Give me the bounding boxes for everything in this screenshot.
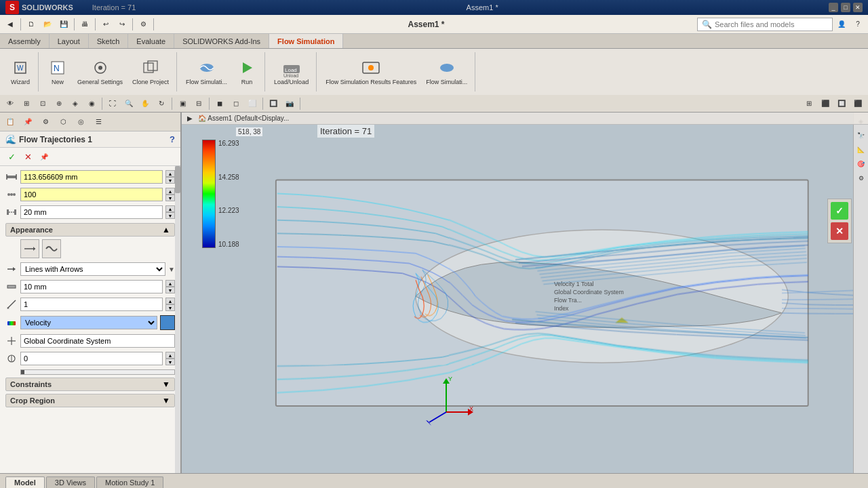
view-btn4[interactable]: ⊕	[52, 97, 66, 110]
view-btn2[interactable]: ⊞	[19, 97, 34, 110]
right-btn5[interactable]: ⚙	[855, 172, 867, 184]
style-select[interactable]: Lines with Arrows Lines Ribbons Solid Cy…	[20, 262, 165, 276]
scale-spinner[interactable]: ▲ ▼	[165, 298, 175, 311]
right-btn2[interactable]: 🔭	[855, 129, 867, 142]
prop-manager-btn[interactable]: 📌	[20, 115, 35, 129]
new-btn[interactable]: N New	[44, 56, 71, 87]
length-down-btn[interactable]: ▼	[165, 177, 175, 184]
shading-btn[interactable]: ◼	[212, 97, 227, 110]
ribbons-icon-btn[interactable]	[42, 239, 61, 258]
viewport[interactable]: ▶ 🏠 Assem1 (Default<Display... 518, 38 1…	[182, 113, 868, 473]
flow-sim-btn[interactable]: Flow Simulati...	[182, 56, 231, 87]
scale-up-btn[interactable]: ▲	[165, 298, 175, 304]
tab-flow-simulation[interactable]: Flow Simulation	[269, 34, 343, 48]
tree-toggle[interactable]: ▶	[187, 115, 193, 122]
offset-up-btn[interactable]: ▲	[165, 352, 175, 359]
view-option3[interactable]: ⬛	[850, 97, 865, 110]
width-spinner[interactable]: ▲ ▼	[165, 280, 175, 293]
new-doc-btn[interactable]: 🗋	[24, 18, 39, 31]
search-box[interactable]: 🔍	[697, 18, 833, 31]
tab-3d-views[interactable]: 3D Views	[46, 476, 95, 488]
split-view-btn[interactable]: ⊞	[802, 97, 816, 110]
feature-tree-btn[interactable]: 📋	[3, 115, 18, 129]
pin-btn[interactable]: 📌	[38, 150, 50, 163]
crop-region-section-header[interactable]: Crop Region ▼	[5, 394, 175, 407]
save-btn[interactable]: 💾	[56, 18, 71, 31]
count-spinner[interactable]: ▲ ▼	[165, 188, 175, 201]
appearance-section-header[interactable]: Appearance ▲	[5, 223, 175, 237]
tab-model[interactable]: Model	[5, 476, 45, 488]
rotate-btn[interactable]: ↻	[154, 97, 169, 110]
tab-sketch[interactable]: Sketch	[89, 34, 129, 48]
results-features-btn[interactable]: Flow Simulation Results Features	[322, 56, 420, 87]
view-camera-btn[interactable]: 📷	[282, 97, 297, 110]
minimize-button[interactable]: _	[829, 3, 838, 12]
wizard-btn[interactable]: W Wizard	[7, 56, 34, 87]
zoom-select-btn[interactable]: 🔍	[121, 97, 136, 110]
color-swatch-btn[interactable]	[160, 315, 175, 330]
spacing-input[interactable]	[20, 205, 163, 219]
general-settings-btn[interactable]: General Settings	[74, 56, 126, 87]
quick-filter-btn[interactable]: ☰	[91, 115, 106, 129]
constraints-section-header[interactable]: Constraints ▼	[5, 378, 175, 391]
width-input[interactable]	[20, 280, 163, 293]
right-btn4[interactable]: 🎯	[855, 158, 867, 170]
load-unload-btn[interactable]: Load Unload Load/Unload	[271, 56, 312, 87]
view-btn5[interactable]: ◈	[68, 97, 83, 110]
flow-sim2-btn[interactable]: Flow Simulati...	[422, 56, 471, 87]
config-manager-btn[interactable]: ⚙	[38, 115, 53, 129]
cancel-action-btn[interactable]: ✕	[831, 222, 848, 240]
dynamic-section-btn[interactable]: ⊟	[191, 97, 206, 110]
open-btn[interactable]: 📂	[40, 18, 55, 31]
count-up-btn[interactable]: ▲	[165, 188, 175, 195]
view-option1[interactable]: ⬛	[818, 97, 833, 110]
run-btn[interactable]: Run	[233, 56, 260, 87]
length-spinner[interactable]: ▲ ▼	[165, 170, 175, 184]
tab-motion-study[interactable]: Motion Study 1	[96, 476, 163, 488]
width-down-btn[interactable]: ▼	[165, 287, 175, 293]
spacing-down-btn[interactable]: ▼	[165, 212, 175, 219]
scale-down-btn[interactable]: ▼	[165, 304, 175, 311]
redo-btn[interactable]: ↪	[115, 18, 130, 31]
panel-help-btn[interactable]: ?	[170, 134, 175, 144]
tab-evaluate[interactable]: Evaluate	[128, 34, 174, 48]
length-up-btn[interactable]: ▲	[165, 170, 175, 177]
length-input[interactable]	[20, 170, 163, 184]
search-input[interactable]	[715, 20, 823, 28]
spacing-spinner[interactable]: ▲ ▼	[165, 205, 175, 219]
accept-btn[interactable]: ✓	[5, 150, 18, 163]
panel-scrollbar[interactable]	[175, 166, 180, 473]
count-down-btn[interactable]: ▼	[165, 195, 175, 201]
scale-input[interactable]	[20, 298, 163, 311]
help-btn[interactable]: ?	[850, 18, 865, 31]
toolbar-back-btn[interactable]: ◀	[3, 18, 18, 31]
zoom-fit-btn[interactable]: ⛶	[105, 97, 120, 110]
cancel-btn[interactable]: ✕	[22, 150, 34, 163]
section-view-btn[interactable]: ▣	[175, 97, 190, 110]
close-button[interactable]: ✕	[853, 3, 863, 12]
accept-action-btn[interactable]: ✓	[831, 202, 848, 220]
display-mgr-btn[interactable]: ◎	[73, 115, 88, 129]
feature-mgr-btn[interactable]: ⬡	[56, 115, 71, 129]
clone-btn[interactable]: Clone Project	[129, 56, 172, 87]
user-icon[interactable]: 👤	[834, 18, 849, 31]
view-btn1[interactable]: 👁	[3, 97, 18, 110]
edges-btn[interactable]: ◻	[229, 97, 243, 110]
title-bar-controls[interactable]: _ □ ✕	[829, 3, 863, 12]
view-option2[interactable]: 🔲	[834, 97, 849, 110]
tab-addins[interactable]: SOLIDWORKS Add-Ins	[174, 34, 269, 48]
offset-down-btn[interactable]: ▼	[165, 359, 175, 365]
offset-spinner[interactable]: ▲ ▼	[165, 352, 175, 365]
offset-input[interactable]	[20, 352, 163, 365]
pan-btn[interactable]: ✋	[138, 97, 153, 110]
count-input[interactable]	[20, 188, 163, 201]
view-btn6[interactable]: ◉	[84, 97, 99, 110]
spacing-up-btn[interactable]: ▲	[165, 205, 175, 212]
color-param-select[interactable]: Velocity Pressure Temperature	[20, 316, 157, 329]
width-up-btn[interactable]: ▲	[165, 280, 175, 287]
maximize-button[interactable]: □	[841, 3, 850, 12]
tab-assembly[interactable]: Assembly	[0, 34, 50, 48]
lines-icon-btn[interactable]	[20, 239, 39, 258]
undo-btn[interactable]: ↩	[98, 18, 113, 31]
coord-sys-input[interactable]	[20, 334, 175, 348]
